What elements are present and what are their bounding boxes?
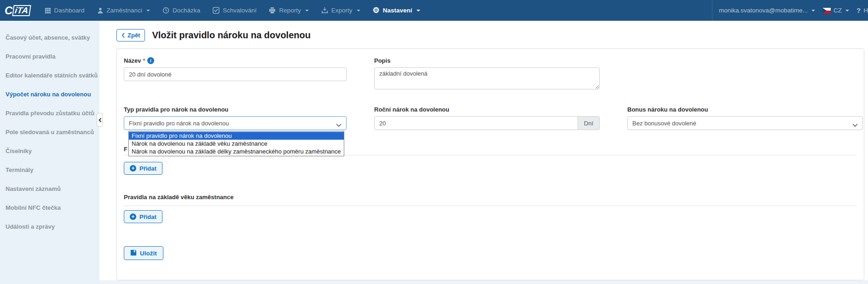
user-menu[interactable]: monika.svatonova@mobatime... xyxy=(719,7,815,14)
chevron-down-icon xyxy=(852,122,858,129)
sidebar-item-udalosti-zpravy[interactable]: Události a zprávy xyxy=(0,217,99,236)
language-menu[interactable]: CZ xyxy=(822,7,849,14)
nav-label: Reporty xyxy=(279,7,301,14)
logo-text: iTA xyxy=(12,5,32,16)
chevron-down-icon xyxy=(811,10,815,12)
section-age-rules: Pravidla na základě věku zaměstnance + P… xyxy=(124,194,857,223)
help-menu[interactable]: ? H xyxy=(856,6,868,14)
sidebar-item-editor-kalendare[interactable]: Editor kalendáře státních svátků xyxy=(0,66,99,85)
nazev-label: Název * i xyxy=(124,57,347,64)
main-nav: Dashboard Zaměstnanci Docházka Schvalová… xyxy=(45,6,420,14)
nav-label: Exporty xyxy=(331,7,353,14)
nav-reporty[interactable]: Reporty xyxy=(269,7,308,14)
printer-icon xyxy=(269,7,276,14)
chevron-down-icon xyxy=(357,10,360,12)
user-email: monika.svatonova@mobatime... xyxy=(719,7,808,14)
nav-zamestnanci[interactable]: Zaměstnanci xyxy=(97,7,150,14)
typ-selected-value: Fixní pravidlo pro nárok na dovolenou xyxy=(129,120,229,127)
typ-label: Typ pravidla pro nárok na dovolenou xyxy=(124,106,347,113)
popis-label: Popis xyxy=(374,57,600,64)
main-content: Zpět Vložit pravidlo nároku na dovolenou… xyxy=(99,21,868,284)
section2-heading: Pravidla na základě věku zaměstnance xyxy=(124,194,857,201)
nav-nastaveni[interactable]: ⚙ Nastavení xyxy=(373,6,420,14)
field-nazev: Název * i xyxy=(124,57,347,91)
clock-icon xyxy=(162,7,169,14)
unit-addon: Dní xyxy=(578,116,600,130)
user-icon xyxy=(97,7,104,14)
field-rocni-narok: Roční nárok na dovolenou Dní xyxy=(374,106,600,130)
sidebar-item-casovy-ucet[interactable]: Časový účet, absence, svátky xyxy=(0,28,99,47)
section2-divider xyxy=(124,206,857,206)
help-label: H xyxy=(863,7,868,14)
nazev-input[interactable] xyxy=(124,67,347,81)
question-icon: ? xyxy=(856,6,861,14)
field-typ-pravidla: Typ pravidla pro nárok na dovolenou Fixn… xyxy=(124,106,347,130)
cz-flag-icon xyxy=(822,8,831,13)
typ-select-dropdown: Fixní pravidlo pro nárok na dovolenou Ná… xyxy=(128,131,344,156)
sidebar-item-pravidla-prevodu[interactable]: Pravidla převodu zůstatku účtů xyxy=(0,104,99,123)
chevron-down-icon xyxy=(146,10,150,12)
sidebar-item-pracovni-pravidla[interactable]: Pracovní pravidla xyxy=(0,47,99,66)
form-row-2: Typ pravidla pro nárok na dovolenou Fixn… xyxy=(124,106,857,130)
language-code: CZ xyxy=(833,7,842,14)
nav-label: Zaměstnanci xyxy=(107,7,142,14)
add-rule-button-1[interactable]: + Přidat xyxy=(124,162,162,175)
gear-icon: ⚙ xyxy=(373,6,380,14)
form-card: Název * i Popis základní dovolená Typ pr… xyxy=(116,48,864,280)
nav-label: Nastavení xyxy=(383,7,412,14)
plus-circle-icon: + xyxy=(130,165,136,172)
nav-dochazka[interactable]: Docházka xyxy=(162,7,200,14)
nav-dashboard[interactable]: Dashboard xyxy=(45,7,85,14)
bonus-label: Bonus nároku na dovolenou xyxy=(627,106,863,113)
app-logo[interactable]: CiTA xyxy=(5,4,31,17)
export-icon xyxy=(321,7,328,14)
chevron-down-icon xyxy=(336,122,341,129)
logo-c-glyph: C xyxy=(5,4,12,17)
nav-label: Schvalování xyxy=(223,7,257,14)
chevron-down-icon xyxy=(845,10,849,12)
page-title: Vložit pravidlo nároku na dovolenou xyxy=(152,30,310,41)
topbar: CiTA Dashboard Zaměstnanci Docházka Schv… xyxy=(0,0,868,21)
popis-textarea[interactable]: základní dovolená xyxy=(374,67,600,89)
chevron-down-icon xyxy=(305,10,309,12)
nav-label: Docházka xyxy=(173,7,200,14)
bonus-select[interactable]: Bez bonusové dovolené xyxy=(627,116,863,130)
typ-select[interactable]: Fixní pravidlo pro nárok na dovolenou xyxy=(124,116,347,130)
dropdown-option-fixni[interactable]: Fixní pravidlo pro nárok na dovolenou xyxy=(129,132,344,140)
nav-exporty[interactable]: Exporty xyxy=(321,7,360,14)
required-asterisk: * xyxy=(143,57,145,64)
back-button[interactable]: Zpět xyxy=(116,29,145,41)
grid-icon xyxy=(45,7,51,14)
sidebar-item-ciselniky[interactable]: Číselníky xyxy=(0,142,99,160)
sidebar-item-nastaveni-zaznamu[interactable]: Nastavení záznamů xyxy=(0,179,99,198)
sidebar-item-terminaly[interactable]: Terminály xyxy=(0,160,99,179)
dropdown-option-delka-pomeru[interactable]: Nárok na dovolenou na základě délky zamě… xyxy=(129,148,344,155)
nav-label: Dashboard xyxy=(54,7,85,14)
topbar-right: monika.svatonova@mobatime... CZ ? H xyxy=(712,0,868,21)
chevron-left-icon xyxy=(98,118,101,122)
sidebar-item-vypocet-naroku[interactable]: Výpočet nároku na dovolenou xyxy=(0,85,99,104)
dropdown-option-vek[interactable]: Nárok na dovolenou na základě věku zaměs… xyxy=(129,140,344,148)
check-icon xyxy=(213,7,220,14)
settings-sidebar: Časový účet, absence, svátky Pracovní pr… xyxy=(0,21,99,284)
info-icon[interactable]: i xyxy=(147,57,154,64)
sidebar-item-pole-sledovana[interactable]: Pole sledovaná u zaměstnanců xyxy=(0,123,99,142)
field-popis: Popis základní dovolená xyxy=(374,57,600,91)
save-button[interactable]: Uložit xyxy=(124,246,163,260)
chevron-left-icon xyxy=(122,33,125,38)
title-row: Zpět Vložit pravidlo nároku na dovolenou xyxy=(116,29,868,41)
floppy-disk-icon xyxy=(130,249,137,257)
form-row-1: Název * i Popis základní dovolená xyxy=(124,57,857,91)
field-bonus: Bonus nároku na dovolenou Bez bonusové d… xyxy=(627,106,863,130)
sidebar-collapse-handle[interactable] xyxy=(97,113,103,127)
plus-circle-icon: + xyxy=(130,213,136,220)
back-label: Zpět xyxy=(127,32,140,39)
add-rule-button-2[interactable]: + Přidat xyxy=(124,210,162,223)
sidebar-item-mobilni-nfc[interactable]: Mobilní NFC čtečka xyxy=(0,198,99,217)
rocni-narok-input[interactable] xyxy=(374,116,578,130)
nav-schvalovani[interactable]: Schvalování xyxy=(213,7,257,14)
bonus-selected-value: Bez bonusové dovolené xyxy=(632,120,696,127)
page-background-strip xyxy=(99,280,868,284)
rocni-label: Roční nárok na dovolenou xyxy=(374,106,600,113)
chevron-down-icon xyxy=(417,10,420,12)
